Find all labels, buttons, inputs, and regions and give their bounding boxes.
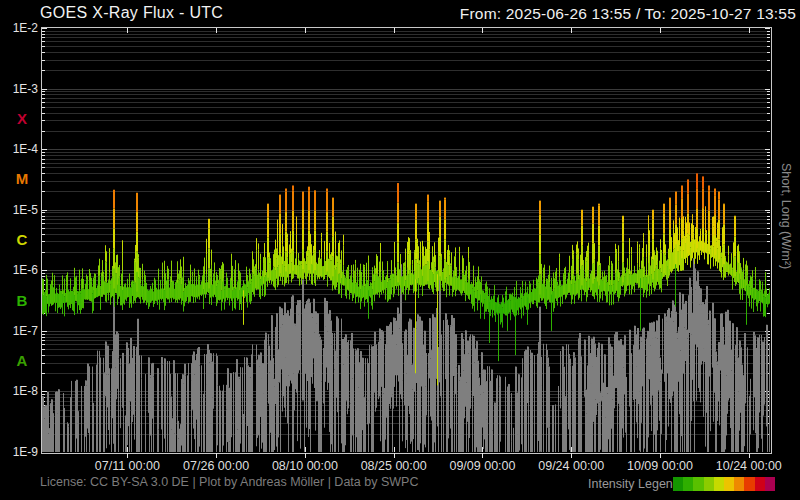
y-axis-tick-label: 1E-3 xyxy=(2,82,38,96)
y-axis-tick-label: 1E-4 xyxy=(2,142,38,156)
x-tick-mark xyxy=(660,453,661,458)
legend-color-swatch xyxy=(755,477,765,491)
x-axis-tick-label: 10/24 00:00 xyxy=(716,459,782,473)
x-tick-mark xyxy=(571,453,572,458)
x-tick-mark xyxy=(216,453,217,458)
x-axis-tick-label: 08/25 00:00 xyxy=(361,459,427,473)
page-title: GOES X-Ray Flux - UTC xyxy=(40,4,223,22)
y-axis-tick-label: 1E-5 xyxy=(2,203,38,217)
y-axis-tick-label: 1E-2 xyxy=(2,21,38,35)
class-letter-x: X xyxy=(4,110,40,127)
flux-chart-canvas xyxy=(42,28,770,452)
x-axis-tick-label: 07/26 00:00 xyxy=(183,459,249,473)
class-letter-b: B xyxy=(4,292,40,309)
legend-color-swatch xyxy=(683,477,693,491)
x-tick-mark xyxy=(749,453,750,458)
goes-xray-flux-plot: GOES X-Ray Flux - UTC From: 2025-06-26 1… xyxy=(0,0,800,500)
legend-color-swatch xyxy=(744,477,754,491)
date-range: From: 2025-06-26 13:55 / To: 2025-10-27 … xyxy=(460,5,796,23)
x-tick-mark xyxy=(305,453,306,458)
x-axis-tick-label: 09/24 00:00 xyxy=(538,459,604,473)
legend-color-swatch xyxy=(724,477,734,491)
y-axis-tick-label: 1E-9 xyxy=(2,445,38,459)
intensity-legend-bar xyxy=(673,477,775,491)
intensity-legend-label: Intensity Legend xyxy=(588,477,680,491)
class-letter-c: C xyxy=(4,231,40,248)
legend-color-swatch xyxy=(714,477,724,491)
legend-color-swatch xyxy=(765,477,775,491)
x-axis-tick-label: 10/09 00:00 xyxy=(627,459,693,473)
license-text: License: CC BY-SA 3.0 DE | Plot by Andre… xyxy=(40,475,418,489)
x-axis-tick-label: 07/11 00:00 xyxy=(95,459,160,473)
y-axis-tick-label: 1E-6 xyxy=(2,263,38,277)
class-letter-a: A xyxy=(4,352,40,369)
x-tick-mark xyxy=(127,453,128,458)
x-axis-tick-label: 09/09 00:00 xyxy=(449,459,515,473)
legend-color-swatch xyxy=(673,477,683,491)
class-letter-m: M xyxy=(4,170,40,187)
x-axis-tick-label: 08/10 00:00 xyxy=(272,459,338,473)
legend-color-swatch xyxy=(693,477,703,491)
y-axis-tick-label: 1E-8 xyxy=(2,384,38,398)
legend-color-swatch xyxy=(704,477,714,491)
x-tick-mark xyxy=(394,453,395,458)
right-axis-label: Short, Long (W/m²) xyxy=(779,163,793,269)
legend-color-swatch xyxy=(734,477,744,491)
x-tick-mark xyxy=(482,453,483,458)
y-axis-tick-label: 1E-7 xyxy=(2,324,38,338)
